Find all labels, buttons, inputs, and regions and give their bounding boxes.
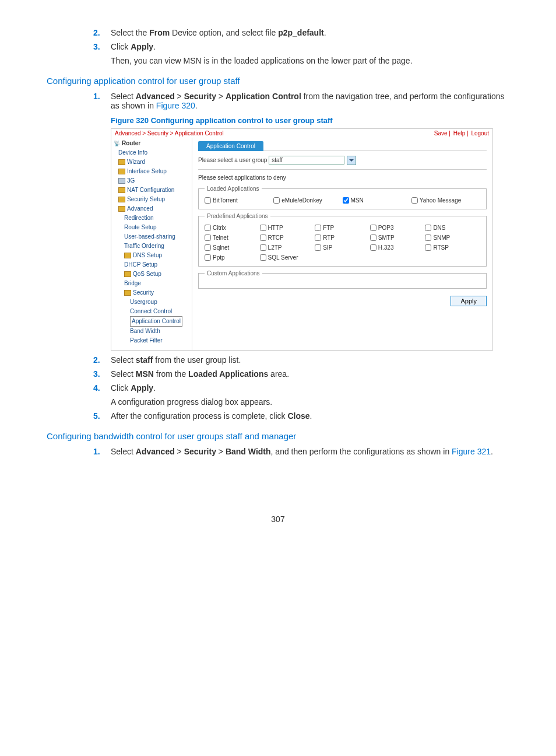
paragraph: Then, you can view MSN is in the loaded …: [111, 56, 509, 65]
section-heading: Configuring application control for user…: [47, 76, 509, 86]
checkbox-sqlnet[interactable]: Sqlnet: [205, 243, 260, 253]
step-number: 2.: [93, 28, 111, 37]
checkbox-pptp[interactable]: Pptp: [205, 253, 260, 262]
checkbox-http[interactable]: HTTP: [260, 223, 315, 233]
folder-icon: [118, 159, 125, 165]
nav-item[interactable]: Packet Filter: [114, 336, 189, 345]
predefined-applications-group: Predefined Applications CitrixHTTPFTPPOP…: [198, 213, 487, 267]
nav-item[interactable]: User-based-sharing: [114, 232, 189, 242]
checkbox-smtp[interactable]: SMTP: [370, 233, 425, 243]
step-text: Click Apply.: [111, 42, 509, 51]
checkbox-emule-edonkey[interactable]: eMule/eDonkey: [273, 195, 342, 205]
checkbox-citrix[interactable]: Citrix: [205, 223, 260, 233]
checkbox-rtsp[interactable]: RTSP: [425, 243, 480, 253]
list-item: 3.Click Apply.: [93, 42, 509, 51]
breadcrumb: Advanced > Security > Application Contro…: [115, 130, 224, 136]
step-text: Select Advanced > Security > Application…: [111, 92, 509, 110]
nav-item[interactable]: Band Width: [114, 327, 189, 336]
step-number: 3.: [93, 369, 111, 379]
step-text: Click Apply.: [111, 383, 509, 393]
nav-item[interactable]: Wizard: [114, 158, 189, 167]
nav-item[interactable]: 3G: [114, 176, 189, 186]
section-heading: Configuring bandwidth control for user g…: [47, 431, 509, 441]
step-number: 1.: [93, 92, 111, 110]
nav-root: Router: [114, 139, 189, 148]
folder-icon: [124, 271, 131, 277]
checkbox-pop3[interactable]: POP3: [370, 223, 425, 233]
header-link[interactable]: Save: [434, 130, 448, 136]
checkbox-msn[interactable]: MSN: [343, 195, 411, 205]
checkbox-rtcp[interactable]: RTCP: [260, 233, 315, 243]
step-number: 1.: [93, 447, 111, 456]
custom-applications-group: Custom Applications: [198, 270, 487, 289]
nav-item[interactable]: DNS Setup: [114, 251, 189, 260]
page-number: 307: [47, 514, 509, 524]
nav-item[interactable]: QoS Setup: [114, 270, 189, 279]
step-text: Select staff from the user group list.: [111, 355, 509, 365]
nav-item[interactable]: Redirection: [114, 214, 189, 223]
folder-icon: [124, 253, 131, 258]
folder-icon: [118, 206, 125, 212]
legend: Loaded Applications: [205, 186, 262, 192]
chevron-down-icon[interactable]: [347, 156, 356, 165]
list-item: 1.Select Advanced > Security > Band Widt…: [93, 447, 509, 456]
deny-label: Please select applications to deny: [198, 174, 487, 181]
step-number: 3.: [93, 42, 111, 51]
figure-screenshot: Advanced > Security > Application Contro…: [111, 128, 493, 351]
nav-item[interactable]: NAT Configuration: [114, 186, 189, 195]
nav-item[interactable]: Security: [114, 288, 189, 298]
tab-application-control[interactable]: Application Control: [198, 141, 263, 151]
nav-item[interactable]: Traffic Ordering: [114, 242, 189, 251]
nav-item[interactable]: Connect Control: [114, 307, 189, 316]
folder-icon: [118, 169, 125, 174]
legend: Custom Applications: [205, 270, 262, 276]
nav-item[interactable]: DHCP Setup: [114, 260, 189, 270]
nav-item[interactable]: Route Setup: [114, 223, 189, 232]
legend: Predefined Applications: [205, 213, 270, 219]
checkbox-sql-server[interactable]: SQL Server: [260, 253, 315, 262]
list-item: 4.Click Apply.: [93, 383, 509, 393]
header-link[interactable]: Help: [453, 130, 466, 136]
select-label: Please select a user group: [198, 157, 267, 163]
nav-item[interactable]: Device Info: [114, 148, 189, 158]
user-group-select[interactable]: staff: [269, 156, 344, 164]
step-text: Select the From Device option, and selec…: [111, 28, 509, 37]
nav-tree: Router Device InfoWizardInterface Setup3…: [111, 138, 192, 350]
header-link[interactable]: Logout: [471, 130, 489, 136]
checkbox-l2tp[interactable]: L2TP: [260, 243, 315, 253]
step-text: Select Advanced > Security > Band Width,…: [111, 447, 509, 456]
folder-icon: [118, 187, 125, 193]
apply-button[interactable]: Apply: [451, 296, 487, 306]
step-number: 2.: [93, 355, 111, 365]
folder-icon: [124, 290, 131, 296]
step-number: 5.: [93, 411, 111, 421]
nav-item[interactable]: Usergroup: [114, 298, 189, 307]
checkbox-yahoo-message[interactable]: Yahoo Message: [411, 195, 480, 205]
list-item: 1.Select Advanced > Security > Applicati…: [93, 92, 509, 110]
nav-item[interactable]: Advanced: [114, 204, 189, 214]
loaded-applications-group: Loaded Applications BitTorrenteMule/eDon…: [198, 186, 487, 209]
paragraph: A configuration progress dialog box appe…: [111, 397, 509, 407]
checkbox-sip[interactable]: SIP: [315, 243, 370, 253]
checkbox-bittorrent[interactable]: BitTorrent: [205, 195, 273, 205]
nav-item[interactable]: Security Setup: [114, 195, 189, 204]
folder-icon: [118, 178, 125, 184]
list-item: 2.Select staff from the user group list.: [93, 355, 509, 365]
checkbox-snmp[interactable]: SNMP: [425, 233, 480, 243]
step-text: After the configuration process is compl…: [111, 411, 509, 421]
step-text: Select MSN from the Loaded Applications …: [111, 369, 509, 379]
checkbox-telnet[interactable]: Telnet: [205, 233, 260, 243]
nav-item[interactable]: Application Control: [114, 316, 189, 327]
checkbox-ftp[interactable]: FTP: [315, 223, 370, 233]
nav-item[interactable]: Bridge: [114, 279, 189, 288]
list-item: 5.After the configuration process is com…: [93, 411, 509, 421]
step-number: 4.: [93, 383, 111, 393]
folder-icon: [118, 197, 125, 202]
nav-item[interactable]: Interface Setup: [114, 167, 189, 176]
checkbox-rtp[interactable]: RTP: [315, 233, 370, 243]
list-item: 3.Select MSN from the Loaded Application…: [93, 369, 509, 379]
header-links: Save | Help | Logout: [433, 130, 489, 136]
checkbox-dns[interactable]: DNS: [425, 223, 480, 233]
figure-caption: Figure 320 Configuring application contr…: [111, 116, 509, 125]
checkbox-h-323[interactable]: H.323: [370, 243, 425, 253]
